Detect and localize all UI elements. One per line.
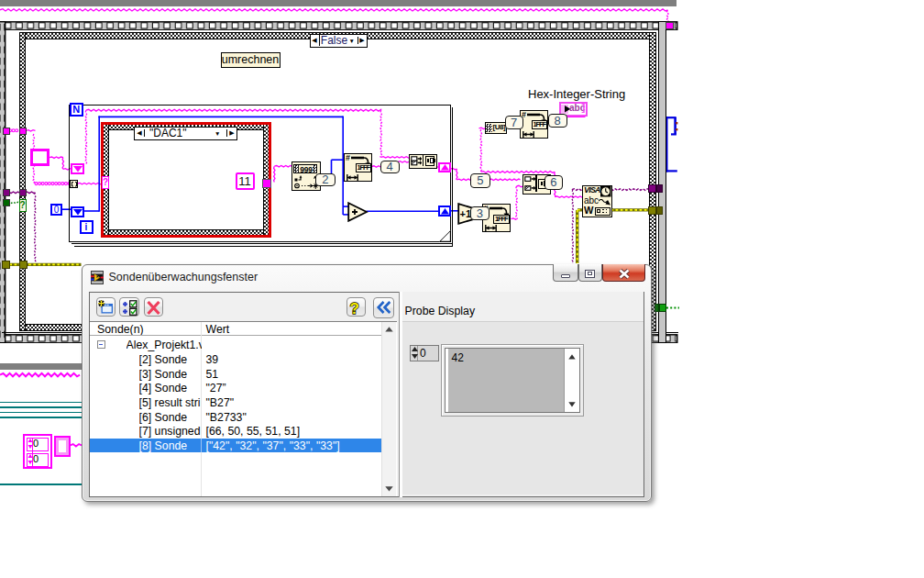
svg-text:+1: +1	[459, 208, 471, 219]
svg-text:?: ?	[350, 300, 359, 317]
